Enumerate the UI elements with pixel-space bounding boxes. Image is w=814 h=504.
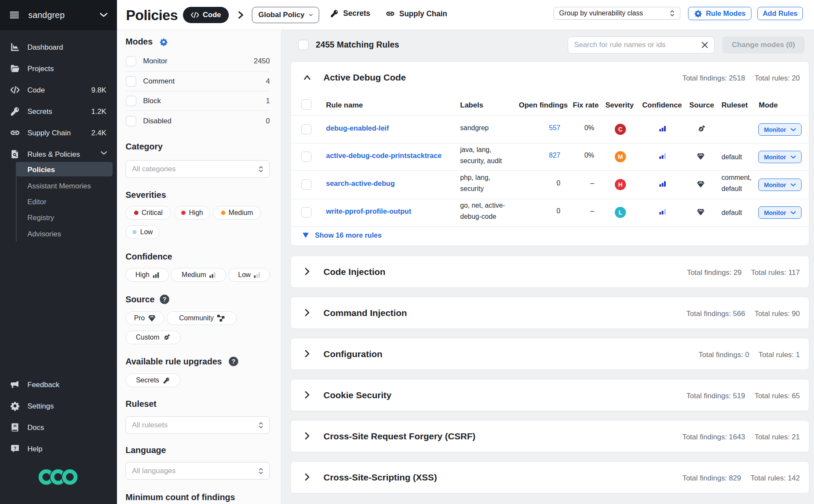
svg-text:?: ? xyxy=(14,446,17,451)
